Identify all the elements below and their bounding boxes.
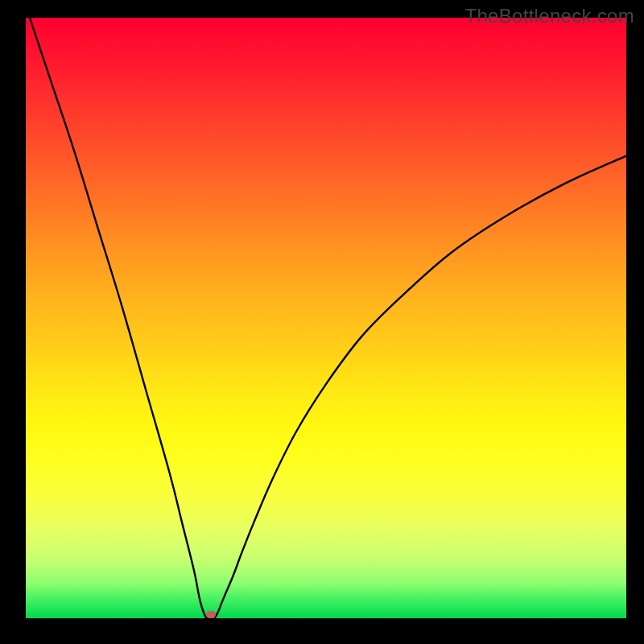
plot-area	[26, 18, 626, 618]
minimum-marker	[206, 611, 217, 618]
bottleneck-curve	[26, 18, 626, 618]
branding-watermark: TheBottleneck.com	[464, 5, 634, 27]
series-right-branch	[214, 156, 626, 618]
series-left-branch	[26, 18, 208, 618]
chart-frame: TheBottleneck.com	[0, 0, 644, 644]
